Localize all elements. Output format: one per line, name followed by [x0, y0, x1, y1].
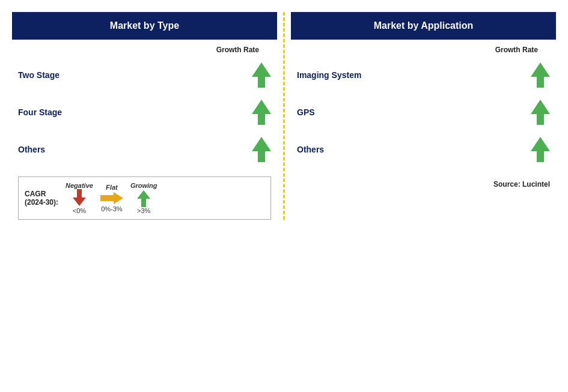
green-up-arrow-r1	[531, 62, 550, 88]
right-growth-rate-label: Growth Rate	[291, 46, 556, 54]
left-label-1: Two Stage	[18, 70, 60, 80]
svg-marker-2	[100, 192, 123, 204]
right-label-1: Imaging System	[297, 70, 361, 80]
main-container: Market by Type Growth Rate Two Stage Fou…	[12, 12, 556, 220]
right-panel: Market by Application Growth Rate Imagin…	[291, 12, 556, 220]
panel-divider	[283, 12, 285, 220]
green-up-arrow-r3	[531, 137, 550, 162]
legend-entry-flat: Flat 0%-3%	[100, 184, 123, 213]
left-row-2: Four Stage	[12, 94, 277, 131]
green-up-arrow-3	[252, 137, 271, 162]
svg-marker-1	[73, 198, 86, 206]
green-up-arrow-r2	[531, 100, 550, 125]
legend-negative-label: Negative	[66, 182, 93, 189]
legend-growing-range: >3%	[137, 207, 150, 214]
legend-up-arrow-green	[137, 189, 150, 207]
svg-marker-3	[137, 190, 150, 199]
legend-flat-range: 0%-3%	[101, 205, 122, 213]
green-up-arrow-1	[252, 62, 271, 88]
legend-entry-negative: Negative <0%	[66, 182, 93, 214]
right-label-2: GPS	[297, 107, 315, 117]
right-row-3: Others	[291, 131, 556, 168]
legend-cagr-label: CAGR(2024-30):	[25, 190, 58, 207]
green-up-arrow-2	[252, 100, 271, 125]
legend-negative-range: <0%	[73, 207, 86, 214]
left-growth-rate-label: Growth Rate	[12, 46, 277, 54]
legend-growing-label: Growing	[130, 182, 157, 189]
left-panel: Market by Type Growth Rate Two Stage Fou…	[12, 12, 277, 220]
legend-right-arrow-orange	[100, 191, 123, 205]
legend-flat-label: Flat	[106, 184, 118, 191]
right-panel-header: Market by Application	[291, 12, 556, 40]
svg-rect-4	[141, 199, 146, 207]
svg-rect-0	[77, 189, 82, 199]
left-panel-header: Market by Type	[12, 12, 277, 40]
right-row-2: GPS	[291, 94, 556, 131]
right-label-3: Others	[297, 145, 324, 154]
legend-entry-growing: Growing >3%	[130, 182, 157, 214]
left-label-3: Others	[18, 145, 45, 154]
legend-box: CAGR(2024-30): Negative <0% Flat 0%-3%	[18, 176, 271, 220]
left-row-1: Two Stage	[12, 56, 277, 94]
source-label: Source: Lucintel	[291, 180, 556, 188]
left-label-2: Four Stage	[18, 107, 62, 117]
right-row-1: Imaging System	[291, 56, 556, 94]
legend-down-arrow-red	[73, 189, 86, 207]
left-row-3: Others	[12, 131, 277, 168]
